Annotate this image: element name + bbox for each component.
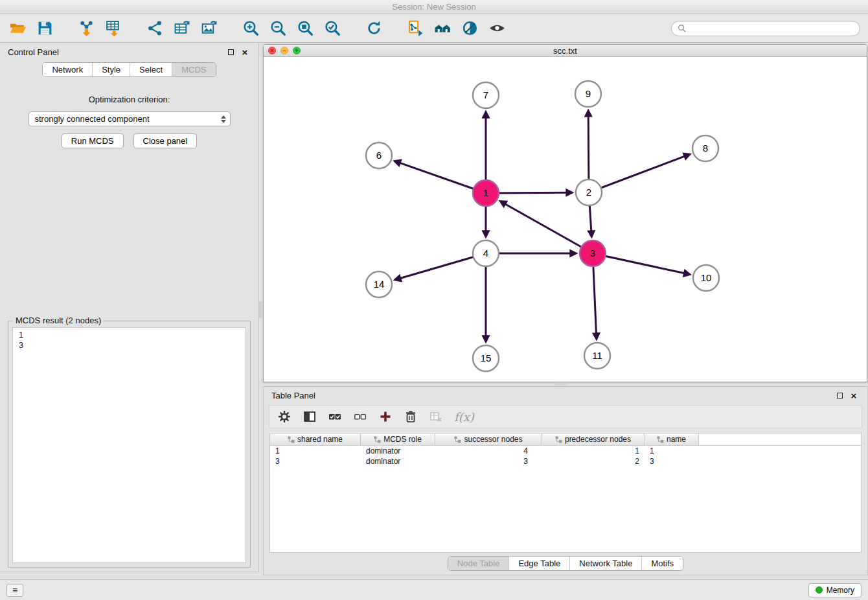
horizontal-splitter[interactable] bbox=[554, 382, 567, 386]
delete-table-icon bbox=[429, 410, 442, 423]
column-label: successor nodes bbox=[464, 435, 522, 444]
memory-button[interactable]: Memory bbox=[808, 583, 862, 597]
import-table-button[interactable] bbox=[102, 17, 124, 40]
tab-network[interactable]: Network bbox=[43, 63, 92, 76]
window-minimize-button[interactable]: − bbox=[280, 47, 288, 54]
graph-node-8[interactable]: 8 bbox=[692, 135, 718, 161]
table-settings-button[interactable] bbox=[277, 410, 291, 424]
column-header-MCDS-role[interactable]: MCDS role bbox=[361, 433, 435, 445]
graph-edge-3-10[interactable] bbox=[593, 253, 684, 273]
panel-toggle-button[interactable]: ≡ bbox=[6, 584, 23, 597]
search-input[interactable] bbox=[689, 23, 854, 33]
close-icon: × bbox=[242, 47, 248, 57]
graph-node-14[interactable]: 14 bbox=[366, 271, 392, 297]
graph-node-1[interactable]: 1 bbox=[473, 180, 499, 206]
table-tab-network-table[interactable]: Network Table bbox=[569, 557, 641, 570]
zoom-out-button[interactable] bbox=[267, 17, 289, 40]
graph-edge-2-8[interactable] bbox=[589, 156, 684, 192]
add-column-button[interactable] bbox=[378, 410, 393, 424]
mcds-result-list[interactable]: 13 bbox=[12, 327, 246, 563]
graph-node-2[interactable]: 2 bbox=[576, 179, 602, 205]
graph-node-label: 7 bbox=[483, 89, 488, 100]
graph-node-10[interactable]: 10 bbox=[693, 265, 719, 291]
search-box[interactable] bbox=[671, 21, 860, 36]
save-session-button[interactable] bbox=[34, 17, 56, 40]
select-all-button[interactable] bbox=[328, 410, 342, 424]
zoom-selected-button[interactable] bbox=[321, 17, 343, 40]
delete-table-button[interactable] bbox=[429, 410, 443, 424]
close-panel-button[interactable]: × bbox=[239, 47, 251, 58]
apply-layout-button[interactable] bbox=[363, 17, 385, 40]
graph-edge-3-1[interactable] bbox=[505, 204, 593, 253]
window-close-button[interactable]: × bbox=[268, 47, 276, 54]
graph-node-7[interactable]: 7 bbox=[473, 82, 499, 108]
tab-style[interactable]: Style bbox=[92, 63, 130, 76]
unselect-all-button[interactable] bbox=[353, 410, 367, 424]
table-row[interactable]: 3dominator323 bbox=[270, 456, 861, 467]
network-canvas[interactable]: 7968124314101511 bbox=[264, 57, 867, 382]
plus-icon bbox=[379, 410, 392, 423]
graph-node-4[interactable]: 4 bbox=[473, 240, 499, 266]
table-tab-node-table[interactable]: Node Table bbox=[448, 557, 509, 570]
optimization-criterion-label: Optimization criterion: bbox=[0, 95, 258, 104]
delete-column-button[interactable] bbox=[404, 410, 418, 424]
import-network-button[interactable] bbox=[75, 17, 97, 40]
float-panel-button[interactable] bbox=[225, 47, 236, 58]
window-zoom-button[interactable]: + bbox=[293, 47, 301, 54]
result-item: 1 bbox=[19, 330, 240, 340]
column-type-icon bbox=[374, 436, 381, 443]
tab-select[interactable]: Select bbox=[130, 63, 172, 76]
table-tab-motifs[interactable]: Motifs bbox=[641, 557, 683, 570]
eye-icon bbox=[488, 19, 506, 37]
close-panel-action-button[interactable]: Close panel bbox=[133, 133, 198, 148]
float-table-panel-button[interactable] bbox=[834, 390, 845, 402]
show-columns-button[interactable] bbox=[303, 410, 317, 424]
table-tabs: Node TableEdge TableNetwork TableMotifs bbox=[448, 556, 683, 571]
graph-node-label: 14 bbox=[374, 279, 385, 290]
table-tab-edge-table[interactable]: Edge Table bbox=[508, 557, 569, 570]
table-row[interactable]: 1dominator411 bbox=[270, 446, 861, 456]
column-header-shared-name[interactable]: shared name bbox=[270, 433, 361, 445]
control-panel: Control Panel × NetworkStyleSelectMCDS O… bbox=[0, 43, 259, 572]
clone-network-button[interactable] bbox=[404, 17, 426, 40]
graph-node-6[interactable]: 6 bbox=[366, 143, 392, 168]
run-mcds-button[interactable]: Run MCDS bbox=[62, 133, 124, 148]
graph-node-9[interactable]: 9 bbox=[575, 81, 601, 107]
zoom-fit-button[interactable] bbox=[294, 17, 316, 40]
export-table-button[interactable] bbox=[171, 17, 193, 40]
tab-mcds[interactable]: MCDS bbox=[172, 63, 215, 76]
column-header-name[interactable]: name bbox=[645, 433, 699, 445]
gear-icon bbox=[278, 410, 291, 423]
graph-node-11[interactable]: 11 bbox=[584, 343, 610, 369]
unselect-all-icon bbox=[354, 410, 367, 423]
show-hide-button[interactable] bbox=[486, 17, 508, 40]
open-session-button[interactable] bbox=[6, 17, 29, 40]
zoom-out-icon bbox=[269, 19, 287, 37]
select-stepper-icon bbox=[221, 115, 226, 123]
table-cell: 4 bbox=[435, 446, 542, 456]
node-table: shared nameMCDS rolesuccessor nodesprede… bbox=[269, 433, 862, 553]
new-network-button[interactable] bbox=[144, 17, 166, 40]
home-button[interactable] bbox=[431, 17, 453, 40]
float-icon bbox=[228, 49, 234, 55]
table-cell: 3 bbox=[435, 456, 542, 467]
table-cell: 1 bbox=[542, 446, 645, 456]
close-table-panel-button[interactable]: × bbox=[848, 390, 860, 402]
column-header-predecessor-nodes[interactable]: predecessor nodes bbox=[542, 433, 645, 445]
criterion-select[interactable]: strongly connected component bbox=[29, 111, 231, 126]
graph-node-label: 4 bbox=[483, 248, 488, 259]
column-label: name bbox=[667, 435, 686, 444]
minimize-glyph: − bbox=[282, 48, 286, 54]
column-header-successor-nodes[interactable]: successor nodes bbox=[435, 433, 542, 445]
function-builder-button[interactable]: f(x) bbox=[454, 410, 474, 424]
graph-node-15[interactable]: 15 bbox=[473, 345, 499, 371]
vertical-splitter[interactable] bbox=[259, 301, 262, 318]
network-graph[interactable]: 7968124314101511 bbox=[264, 57, 867, 382]
graph-node-label: 8 bbox=[703, 143, 708, 154]
style-button[interactable] bbox=[459, 17, 481, 40]
graph-node-3[interactable]: 3 bbox=[580, 240, 606, 266]
zoom-in-button[interactable] bbox=[240, 17, 262, 40]
export-image-button[interactable] bbox=[198, 17, 220, 40]
network-title: scc.txt bbox=[264, 46, 867, 56]
column-type-icon bbox=[555, 436, 562, 443]
